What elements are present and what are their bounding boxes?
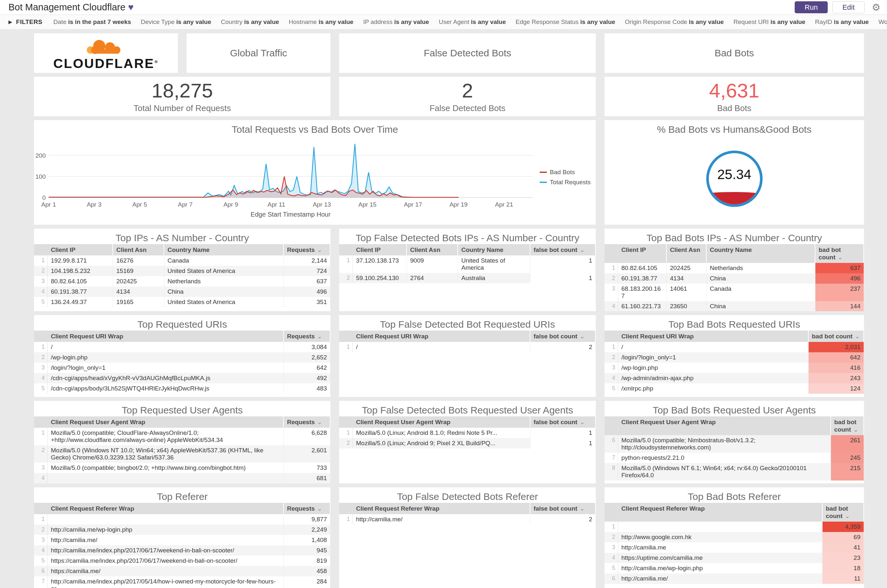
table-body[interactable]: 19,8772http://camilia.me/wp-login.php2,2… <box>34 514 331 588</box>
cell: /login/?login_only=1 <box>618 352 809 363</box>
column-header[interactable]: Requests⌄ <box>284 416 331 428</box>
column-header-label: Country Name <box>710 246 752 253</box>
table-row: 2/wp-login.php2,652 <box>34 352 331 363</box>
column-header[interactable]: false bot count⌄ <box>530 244 596 255</box>
table-body[interactable]: 180.82.64.105202425Netherlands637260.191… <box>604 263 864 311</box>
tile-title: Top Bad Bots Requested User Agents <box>604 401 864 416</box>
table-body[interactable]: 1192.99.8.17116276Canada2,1442104.198.5.… <box>34 255 331 307</box>
kpi-caption: Bad Bots <box>717 103 752 113</box>
row-number: 2 <box>34 352 48 363</box>
series-area-total-requests <box>49 144 459 198</box>
row-number: 5 <box>34 556 48 566</box>
table-row: 1http://camilia.me/2 <box>339 514 596 525</box>
tile-top-false-bot-referer: Top False Detected Bots RefererClient Re… <box>339 487 596 588</box>
cell: http://camilia.me <box>618 542 822 553</box>
filter-item-hostname[interactable]: Hostname is any value <box>289 18 353 26</box>
cell: 724 <box>284 266 331 276</box>
table-body[interactable]: 1/2 <box>339 342 596 352</box>
column-header[interactable]: bad bot count⌄ <box>831 416 864 435</box>
column-header[interactable]: false bot count⌄ <box>530 331 596 342</box>
cell: 202425 <box>667 263 707 273</box>
cell: https://camilia.me/ <box>48 566 284 576</box>
cell: 492 <box>284 373 331 383</box>
cell: / <box>48 342 284 352</box>
table-body[interactable]: 1Mozilla/5.0 (Linux; Android 8.1.0; Redm… <box>339 428 596 448</box>
cell: 483 <box>284 383 331 394</box>
column-header: Client Request URI Wrap <box>353 331 530 342</box>
column-header[interactable]: false bot count⌄ <box>530 416 596 428</box>
column-header[interactable]: Requests⌄ <box>284 503 331 514</box>
filter-items: Date is in the past 7 weeksDevice Type i… <box>53 18 887 26</box>
filter-item-origin-response-code[interactable]: Origin Response Code is any value <box>625 18 724 26</box>
cell <box>48 473 284 483</box>
tile-top-bad-bot-uris: Top Bad Bots Requested URIsClient Reques… <box>604 315 864 397</box>
table-body[interactable]: 137.120.138.1739009United States of Amer… <box>339 255 596 284</box>
column-header[interactable]: bad bot count⌄ <box>815 244 864 263</box>
row-number-gutter <box>339 331 353 342</box>
cell: United States of America <box>164 266 284 276</box>
row-number: 6 <box>604 435 618 453</box>
cell: https://uptime.com/camilia.me <box>618 553 822 563</box>
sort-desc-icon: ⌄ <box>845 513 850 519</box>
filter-name: IP address <box>363 18 392 25</box>
tile-title: Top Bad Bots Requested URIs <box>604 315 864 331</box>
cell <box>48 514 284 525</box>
table-body[interactable]: 1/2,0312/login/?login_only=16423/wp-logi… <box>604 342 864 394</box>
run-button[interactable]: Run <box>795 1 828 13</box>
column-header-label: Country Name <box>461 246 504 253</box>
column-header[interactable]: Requests⌄ <box>284 244 331 255</box>
table-body[interactable]: 6Mozilla/5.0 (compatible; Nimbostratus-B… <box>604 435 864 480</box>
column-header[interactable]: bad bot count⌄ <box>809 331 864 342</box>
legend-swatch <box>540 172 547 173</box>
cell: 16276 <box>113 255 164 266</box>
line-chart[interactable]: 0100200Apr 1Apr 3Apr 5Apr 7Apr 9Apr 11Ap… <box>34 134 596 225</box>
edit-button[interactable]: Edit <box>832 1 864 13</box>
filter-item-edge-response-status[interactable]: Edge Response Status is any value <box>516 18 615 26</box>
sort-desc-icon: ⌄ <box>580 418 585 426</box>
table-row: 4https://uptime.com/camilia.me23 <box>604 553 864 563</box>
row-number: 3 <box>34 463 48 473</box>
column-header: Country Name <box>707 244 815 263</box>
cell: China <box>164 286 284 297</box>
table-row: 7http://camilia.me/index.php/2017/05/14/… <box>34 576 331 588</box>
filter-item-rayid[interactable]: RayID is any value <box>815 18 869 26</box>
filter-item-date[interactable]: Date is in the past 7 weeks <box>53 18 131 26</box>
table-row: 5/xmlrpc.php124 <box>604 383 864 394</box>
table-row: 2http://www.google.com.hk69 <box>604 532 864 542</box>
filter-item-user-agent[interactable]: User Agent is any value <box>439 18 506 26</box>
filter-item-worker-subrequest[interactable]: Worker Subrequest is… <box>879 18 887 26</box>
heat-cell: 2,031 <box>809 342 864 352</box>
gear-icon[interactable]: ⚙ <box>872 2 881 13</box>
row-number: 1 <box>604 522 618 532</box>
table-body[interactable]: 1http://camilia.me/2 <box>339 514 596 525</box>
filter-name: Edge Response Status <box>516 18 578 25</box>
row-number-gutter <box>339 503 353 514</box>
tile-title: Top Requested User Agents <box>34 401 331 416</box>
table-body[interactable]: 14,3592http://www.google.com.hk693http:/… <box>604 522 864 584</box>
filter-item-request-uri[interactable]: Request URI is any value <box>734 18 805 26</box>
x-tick-label: Apr 3 <box>87 201 101 208</box>
row-number-gutter <box>34 503 48 514</box>
tile-top-false-bot-user-agents: Top False Detected Bots Requested User A… <box>339 401 596 483</box>
row-number-gutter <box>34 331 48 342</box>
row-number: 1 <box>339 428 353 438</box>
table-row: 19,877 <box>34 514 331 525</box>
filter-item-device-type[interactable]: Device Type is any value <box>141 18 211 26</box>
filter-item-ip-address[interactable]: IP address is any value <box>363 18 429 26</box>
column-header[interactable]: false bot count⌄ <box>530 503 596 514</box>
filter-item-country[interactable]: Country is any value <box>221 18 279 26</box>
row-number: 7 <box>604 453 618 463</box>
kpi-value: 2 <box>462 80 473 101</box>
table-body[interactable]: 1/3,0842/wp-login.php2,6523/login/?login… <box>34 342 331 394</box>
tile-top-requested-uris: Top Requested URIsClient Request URI Wra… <box>34 315 331 397</box>
column-header[interactable]: Requests⌄ <box>284 331 331 342</box>
filters-expand-icon[interactable]: ▶ <box>8 19 12 25</box>
gauge-title: % Bad Bots vs Humans&Good Bots <box>604 120 864 136</box>
table-body[interactable]: 1Mozilla/5.0 (compatible; CloudFlare-Alw… <box>34 428 331 483</box>
x-axis-title: Edge Start Timestamp Hour <box>251 211 331 218</box>
x-tick-label: Apr 17 <box>404 201 422 208</box>
x-tick-label: Apr 15 <box>358 201 376 208</box>
column-header[interactable]: bad bot count⌄ <box>822 503 864 522</box>
kpi-value: 18,275 <box>152 80 213 101</box>
cell: http://camilia.me/ <box>48 535 284 545</box>
